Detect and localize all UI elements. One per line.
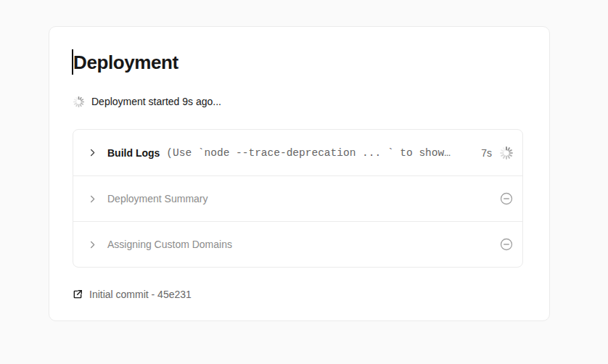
accordion-row-deployment-summary[interactable]: Deployment Summary [73,175,522,221]
text-cursor [72,49,73,75]
deployment-card: Deployment [49,26,550,321]
minus-circle-icon [499,191,514,206]
commit-link[interactable]: Initial commit - 45e231 [73,287,192,302]
chevron-right-icon [87,239,98,250]
commit-label: Initial commit - 45e231 [89,289,192,300]
deployment-steps-list: Build Logs (Use `node --trace-deprecatio… [73,129,523,268]
spinner-icon [499,146,514,160]
minus-circle-icon [499,237,514,252]
row-label-assigning-custom-domains: Assigning Custom Domains [107,239,232,250]
chevron-right-icon [87,147,98,158]
accordion-row-assigning-custom-domains[interactable]: Assigning Custom Domains [73,221,522,267]
row-label-build-logs: Build Logs [107,147,160,159]
status-text: Deployment started 9s ago... [91,96,221,107]
spinner-icon [73,96,85,108]
accordion-row-build-logs[interactable]: Build Logs (Use `node --trace-deprecatio… [73,130,522,175]
row-detail-build-logs: (Use `node --trace-deprecation ... ` to … [166,147,481,159]
deployment-status: Deployment started 9s ago... [73,94,523,109]
page-title-row: Deployment [73,51,523,73]
page-title: Deployment [73,51,523,73]
row-label-deployment-summary: Deployment Summary [107,193,208,204]
external-link-icon [73,289,83,299]
row-duration: 7s [481,147,492,159]
chevron-right-icon [87,194,98,204]
